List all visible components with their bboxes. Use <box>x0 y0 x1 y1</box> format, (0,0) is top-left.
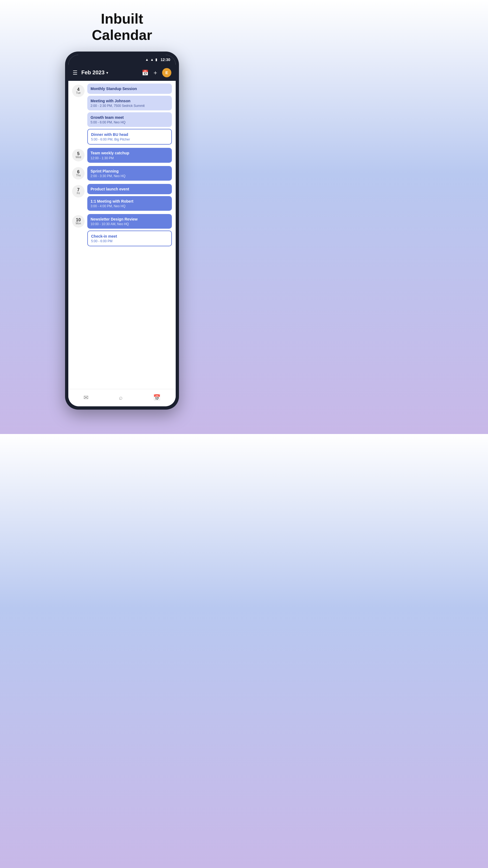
event-subtitle: 5:00 - 6:00 PM, Big Pitcher <box>91 137 168 141</box>
menu-icon[interactable]: ☰ <box>73 69 77 76</box>
day-badge[interactable]: 4Tue <box>72 85 85 97</box>
day-badge[interactable]: 7Fri <box>72 185 85 197</box>
event-title: Sprint Planning <box>91 169 169 174</box>
event-card[interactable]: Monthly Standup Session <box>87 84 172 94</box>
chevron-down-icon: ▾ <box>106 70 108 75</box>
event-title: Newsletter Design Review <box>91 217 169 222</box>
day-number: 4 <box>77 87 80 92</box>
bottom-nav: ✉ ⌕ 📅 <box>68 389 176 406</box>
event-title: Team weekly catchup <box>91 151 169 155</box>
avatar[interactable]: E <box>162 68 171 77</box>
day-badge[interactable]: 10Mon <box>72 215 85 227</box>
calendar-icon[interactable]: 📅 <box>142 69 149 76</box>
day-row: 10MonNewsletter Design Review10:00 - 10:… <box>72 214 172 246</box>
day-name: Wed <box>76 156 81 159</box>
phone-frame: ▲ ▲ ▮ 12:30 ☰ Feb 2023 ▾ 📅 ＋ E 4TueMonth… <box>65 52 179 410</box>
calendar-nav-icon: 📅 <box>153 394 161 401</box>
add-event-button[interactable]: ＋ <box>152 69 158 77</box>
search-icon: ⌕ <box>119 394 123 401</box>
wifi-icon: ▲ <box>145 58 149 62</box>
event-card[interactable]: Dinner with BU head5:00 - 6:00 PM, Big P… <box>87 129 172 145</box>
event-subtitle: 10:00 - 10:30 AM, Neo HQ <box>91 222 169 226</box>
event-card[interactable]: Meeting with Johnson2:00 - 2:30 PM, 7500… <box>87 96 172 111</box>
event-card[interactable]: Newsletter Design Review10:00 - 10:30 AM… <box>87 214 172 229</box>
nav-title-area[interactable]: Feb 2023 ▾ <box>82 69 108 76</box>
day-row: 4TueMonthly Standup SessionMeeting with … <box>72 84 172 145</box>
day-number: 6 <box>77 170 80 174</box>
nav-month-title: Feb 2023 <box>82 69 105 76</box>
event-title: Monthly Standup Session <box>91 86 169 91</box>
day-name: Tue <box>76 92 81 94</box>
day-number: 10 <box>76 218 81 222</box>
nav-actions: 📅 ＋ E <box>142 68 171 77</box>
day-row: 7FriProduct launch event1:1 Meeting with… <box>72 184 172 211</box>
day-events: Monthly Standup SessionMeeting with John… <box>87 84 172 145</box>
event-subtitle: 2:00 - 2:30 PM, 7500 Sedrick Summit <box>91 104 169 108</box>
event-card[interactable]: Check-in meet5:00 - 6:00 PM <box>87 230 172 246</box>
event-card[interactable]: Sprint Planning2:00 - 3:30 PM, Neo HQ <box>87 166 172 181</box>
event-card[interactable]: 1:1 Meeting with Robert3:00 - 4:00 PM, N… <box>87 196 172 211</box>
day-events: Newsletter Design Review10:00 - 10:30 AM… <box>87 214 172 246</box>
day-name: Thu <box>76 174 80 177</box>
day-number: 5 <box>77 152 80 156</box>
event-card[interactable]: Growth team meet5:00 - 6:00 PM, Neo HQ <box>87 112 172 127</box>
phone-screen: ▲ ▲ ▮ 12:30 ☰ Feb 2023 ▾ 📅 ＋ E 4TueMonth… <box>68 55 176 406</box>
day-name: Fri <box>77 192 80 195</box>
calendar-body: 4TueMonthly Standup SessionMeeting with … <box>68 81 176 389</box>
event-title: Product launch event <box>91 187 169 191</box>
day-name: Mon <box>76 222 81 225</box>
nav-search[interactable]: ⌕ <box>119 394 123 401</box>
signal-icon: ▲ <box>150 58 154 62</box>
day-row: 5WedTeam weekly catchup12:00 - 1:30 PM <box>72 148 172 162</box>
page-title: Inbuilt Calendar <box>92 11 152 43</box>
event-subtitle: 5:00 - 6:00 PM, Neo HQ <box>91 120 169 124</box>
day-events: Team weekly catchup12:00 - 1:30 PM <box>87 148 172 162</box>
day-badge[interactable]: 6Thu <box>72 167 85 180</box>
nav-mail[interactable]: ✉ <box>84 394 88 401</box>
event-card[interactable]: Team weekly catchup12:00 - 1:30 PM <box>87 148 172 162</box>
nav-bar: ☰ Feb 2023 ▾ 📅 ＋ E <box>68 65 176 81</box>
day-events: Product launch event1:1 Meeting with Rob… <box>87 184 172 211</box>
nav-calendar[interactable]: 📅 <box>153 394 161 401</box>
status-bar: ▲ ▲ ▮ 12:30 <box>68 55 176 65</box>
day-badge[interactable]: 5Wed <box>72 149 85 161</box>
event-title: 1:1 Meeting with Robert <box>91 199 169 204</box>
mail-icon: ✉ <box>84 394 88 401</box>
day-row: 6ThuSprint Planning2:00 - 3:30 PM, Neo H… <box>72 166 172 181</box>
day-events: Sprint Planning2:00 - 3:30 PM, Neo HQ <box>87 166 172 181</box>
event-title: Dinner with BU head <box>91 132 168 137</box>
event-title: Meeting with Johnson <box>91 98 169 103</box>
event-subtitle: 12:00 - 1:30 PM <box>91 156 169 160</box>
event-title: Check-in meet <box>91 234 168 239</box>
status-icons: ▲ ▲ ▮ 12:30 <box>145 58 170 62</box>
day-number: 7 <box>77 188 80 192</box>
event-subtitle: 5:00 - 6:00 PM <box>91 239 168 243</box>
event-subtitle: 3:00 - 4:00 PM, Neo HQ <box>91 204 169 208</box>
status-time: 12:30 <box>161 58 170 62</box>
event-title: Growth team meet <box>91 115 169 120</box>
battery-icon: ▮ <box>155 58 157 62</box>
event-card[interactable]: Product launch event <box>87 184 172 194</box>
event-subtitle: 2:00 - 3:30 PM, Neo HQ <box>91 174 169 178</box>
